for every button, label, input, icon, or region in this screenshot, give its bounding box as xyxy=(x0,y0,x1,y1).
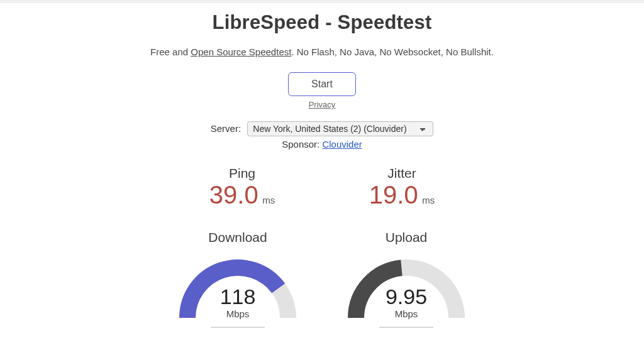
sponsor-link[interactable]: Clouvider xyxy=(322,139,362,150)
start-button[interactable]: Start xyxy=(288,72,356,96)
server-label: Server: xyxy=(211,123,241,134)
download-divider xyxy=(211,327,265,328)
page-content: LibreSpeed - Speedtest Free and Open Sou… xyxy=(0,3,644,338)
jitter-value: 19.0 xyxy=(369,182,418,207)
upload-gauge: Upload 9.95 Mbps xyxy=(337,230,475,328)
sponsor-label: Sponsor: xyxy=(282,139,322,150)
upload-value: 9.95 xyxy=(344,286,469,307)
tagline-suffix: . No Flash, No Java, No Websocket, No Bu… xyxy=(291,46,494,57)
tagline-prefix: Free and xyxy=(150,46,191,57)
privacy-link[interactable]: Privacy xyxy=(309,100,336,109)
download-unit: Mbps xyxy=(175,308,300,319)
speed-gauges: Download 118 Mbps Upload xyxy=(0,230,644,328)
page-title: LibreSpeed - Speedtest xyxy=(0,11,644,34)
server-select[interactable]: New York, United States (2) (Clouvider) xyxy=(247,121,433,136)
upload-unit: Mbps xyxy=(344,308,469,319)
jitter-label: Jitter xyxy=(348,166,455,181)
sponsor-row: Sponsor: Clouvider xyxy=(0,139,644,150)
open-source-link[interactable]: Open Source Speedtest xyxy=(191,46,291,57)
upload-label: Upload xyxy=(337,230,475,245)
download-value: 118 xyxy=(175,286,300,307)
upload-divider xyxy=(379,327,433,328)
ping-label: Ping xyxy=(189,166,296,181)
jitter-unit: ms xyxy=(422,195,435,205)
download-gauge: Download 118 Mbps xyxy=(169,230,307,328)
ping-unit: ms xyxy=(262,195,275,205)
ping-value: 39.0 xyxy=(209,182,258,207)
ping-metric: Ping 39.0 ms xyxy=(189,166,296,207)
tagline: Free and Open Source Speedtest. No Flash… xyxy=(0,46,644,57)
download-label: Download xyxy=(169,230,307,245)
server-row: Server: New York, United States (2) (Clo… xyxy=(0,121,644,136)
jitter-metric: Jitter 19.0 ms xyxy=(348,166,455,207)
latency-metrics: Ping 39.0 ms Jitter 19.0 ms xyxy=(0,166,644,207)
